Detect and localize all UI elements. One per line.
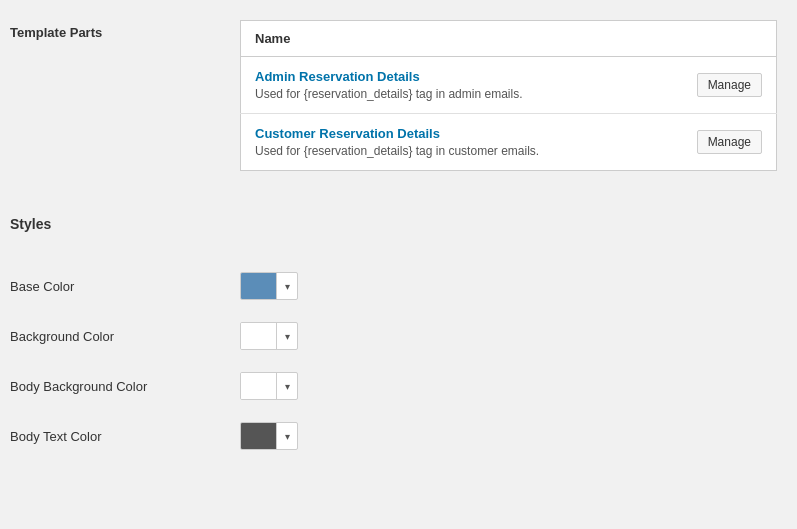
customer-reservation-desc: Used for {reservation_details} tag in cu…	[255, 144, 687, 158]
template-parts-table-col: Name Admin Reservation Details Used for …	[240, 20, 777, 171]
table-row: Admin Reservation Details Used for {rese…	[241, 57, 777, 114]
body-background-color-label: Body Background Color	[10, 379, 240, 394]
styles-section: Styles Base Color ▾ Background Color	[10, 211, 777, 450]
template-parts-table: Name Admin Reservation Details Used for …	[240, 20, 777, 171]
background-color-picker[interactable]: ▾	[240, 322, 298, 350]
body-text-color-picker[interactable]: ▾	[240, 422, 298, 450]
table-header-name: Name	[241, 21, 777, 57]
body-text-color-label: Body Text Color	[10, 429, 240, 444]
body-background-color-picker[interactable]: ▾	[240, 372, 298, 400]
manage-customer-button[interactable]: Manage	[697, 130, 762, 154]
styles-label-col: Styles	[10, 211, 240, 252]
admin-reservation-link[interactable]: Admin Reservation Details	[255, 69, 687, 84]
background-color-label: Background Color	[10, 329, 240, 344]
color-rows-container: Base Color ▾ Background Color ▾	[10, 272, 777, 450]
body-text-color-swatch	[241, 423, 277, 449]
body-background-color-swatch	[241, 373, 277, 399]
background-color-row: Background Color ▾	[10, 322, 777, 350]
styles-label: Styles	[10, 216, 240, 232]
body-background-color-row: Body Background Color ▾	[10, 372, 777, 400]
background-color-swatch	[241, 323, 277, 349]
row-inner-2: Customer Reservation Details Used for {r…	[241, 114, 776, 170]
template-parts-label: Template Parts	[10, 25, 240, 40]
page-container: Template Parts Name	[0, 0, 797, 529]
body-background-color-dropdown-arrow[interactable]: ▾	[277, 373, 297, 399]
row-inner-1: Admin Reservation Details Used for {rese…	[241, 57, 776, 113]
admin-reservation-desc: Used for {reservation_details} tag in ad…	[255, 87, 687, 101]
row-content-2: Customer Reservation Details Used for {r…	[255, 126, 687, 158]
base-color-swatch	[241, 273, 277, 299]
base-color-row: Base Color ▾	[10, 272, 777, 300]
base-color-label: Base Color	[10, 279, 240, 294]
base-color-dropdown-arrow[interactable]: ▾	[277, 273, 297, 299]
customer-reservation-link[interactable]: Customer Reservation Details	[255, 126, 687, 141]
body-text-color-row: Body Text Color ▾	[10, 422, 777, 450]
base-color-picker[interactable]: ▾	[240, 272, 298, 300]
table-row: Customer Reservation Details Used for {r…	[241, 114, 777, 171]
row-content-1: Admin Reservation Details Used for {rese…	[255, 69, 687, 101]
template-parts-label-col: Template Parts	[10, 20, 240, 171]
background-color-dropdown-arrow[interactable]: ▾	[277, 323, 297, 349]
body-text-color-dropdown-arrow[interactable]: ▾	[277, 423, 297, 449]
manage-admin-button[interactable]: Manage	[697, 73, 762, 97]
